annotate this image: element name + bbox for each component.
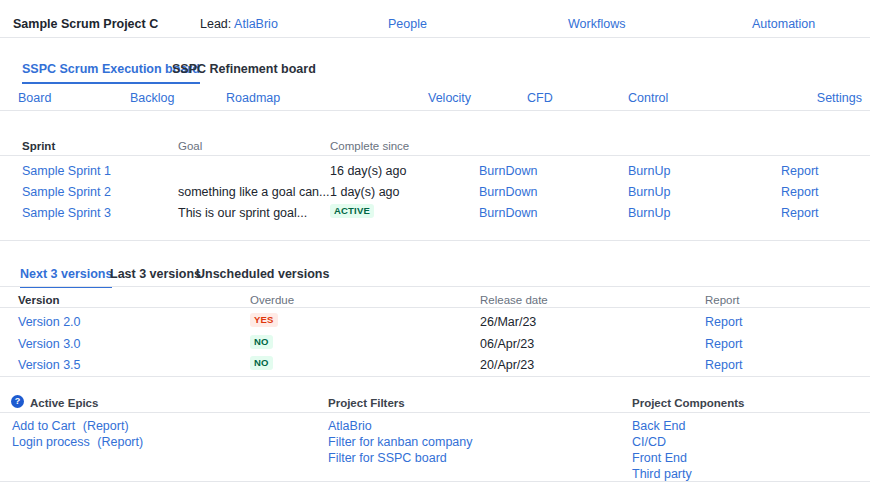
overdue-badge: NO [250, 335, 273, 349]
nav-workflows[interactable]: Workflows [568, 17, 625, 31]
nav-control[interactable]: Control [628, 91, 668, 105]
divider [0, 110, 870, 111]
tab-unscheduled-versions[interactable]: Unscheduled versions [196, 267, 329, 281]
table-header-divider [0, 307, 870, 308]
project-lead: Lead: AtlaBrio [200, 17, 278, 31]
goal-value: This is our sprint goal... [178, 206, 307, 220]
help-question-icon[interactable]: ? [11, 395, 24, 408]
burndown-link[interactable]: BurnDown [479, 185, 537, 199]
nav-roadmap[interactable]: Roadmap [226, 91, 280, 105]
tabs-divider [0, 286, 870, 287]
component-link[interactable]: Third party [632, 467, 692, 481]
lead-label: Lead: [200, 17, 231, 31]
release-date-col-header: Release date [480, 293, 548, 307]
burnup-link[interactable]: BurnUp [628, 164, 670, 178]
version-link[interactable]: Version 3.5 [18, 358, 81, 372]
component-link[interactable]: CI/CD [632, 435, 666, 449]
sprint-link[interactable]: Sample Sprint 1 [22, 164, 111, 178]
nav-settings[interactable]: Settings [817, 91, 862, 105]
active-epics-heading: Active Epics [30, 396, 98, 410]
epic-report-link[interactable]: (Report) [97, 435, 143, 449]
burnup-link[interactable]: BurnUp [628, 206, 670, 220]
release-date-value: 06/Apr/23 [480, 337, 534, 351]
filter-link[interactable]: AtlaBrio [328, 419, 372, 433]
tab-next-3-versions[interactable]: Next 3 versions [20, 267, 112, 288]
project-summary-page: Sample Scrum Project C Lead: AtlaBrio Pe… [0, 0, 870, 495]
page-title: Sample Scrum Project C [13, 17, 158, 31]
burndown-link[interactable]: BurnDown [479, 164, 537, 178]
report-link[interactable]: Report [781, 206, 819, 220]
release-date-value: 20/Apr/23 [480, 358, 534, 372]
sprint-link[interactable]: Sample Sprint 3 [22, 206, 111, 220]
tab-refinement-board[interactable]: SSPC Refinement board [172, 62, 316, 76]
component-link[interactable]: Back End [632, 419, 686, 433]
divider [0, 240, 870, 241]
project-components-heading: Project Components [632, 396, 744, 410]
sprint-col-header: Sprint [22, 139, 55, 153]
overdue-badge: YES [250, 313, 278, 327]
report-link[interactable]: Report [781, 185, 819, 199]
divider [0, 481, 870, 482]
release-date-value: 26/Mar/23 [480, 315, 536, 329]
complete-since-col-header: Complete since [330, 139, 409, 153]
nav-people[interactable]: People [388, 17, 427, 31]
complete-since-value: 1 day(s) ago [330, 185, 399, 199]
filter-link[interactable]: Filter for kanban company [328, 435, 473, 449]
nav-backlog[interactable]: Backlog [130, 91, 174, 105]
version-link[interactable]: Version 2.0 [18, 315, 81, 329]
report-link[interactable]: Report [705, 358, 743, 372]
divider [0, 376, 870, 377]
report-link[interactable]: Report [705, 315, 743, 329]
burnup-link[interactable]: BurnUp [628, 185, 670, 199]
report-col-header: Report [705, 293, 740, 307]
report-link[interactable]: Report [781, 164, 819, 178]
version-link[interactable]: Version 3.0 [18, 337, 81, 351]
goal-col-header: Goal [178, 139, 202, 153]
epic-link[interactable]: Login process [12, 435, 90, 449]
nav-cfd[interactable]: CFD [527, 91, 553, 105]
overdue-badge: NO [250, 356, 273, 370]
tab-last-3-versions[interactable]: Last 3 versions [110, 267, 201, 281]
nav-automation[interactable]: Automation [752, 17, 815, 31]
nav-velocity[interactable]: Velocity [428, 91, 471, 105]
filter-link[interactable]: Filter for SSPC board [328, 451, 447, 465]
overdue-col-header: Overdue [250, 293, 294, 307]
burndown-link[interactable]: BurnDown [479, 206, 537, 220]
panel-header-divider [0, 412, 870, 413]
lead-link[interactable]: AtlaBrio [234, 17, 278, 31]
epic-report-link[interactable]: (Report) [83, 419, 129, 433]
version-col-header: Version [18, 293, 60, 307]
table-header-divider [0, 155, 870, 156]
nav-board[interactable]: Board [18, 91, 51, 105]
project-filters-heading: Project Filters [328, 396, 405, 410]
epic-item: Add to Cart (Report) [12, 419, 129, 433]
report-link[interactable]: Report [705, 337, 743, 351]
complete-since-value: 16 day(s) ago [330, 164, 406, 178]
goal-value: something like a goal can... [178, 185, 329, 199]
component-link[interactable]: Front End [632, 451, 687, 465]
sprint-link[interactable]: Sample Sprint 2 [22, 185, 111, 199]
active-status-badge: ACTIVE [330, 204, 374, 218]
divider [0, 37, 870, 38]
epic-item: Login process (Report) [12, 435, 143, 449]
epic-link[interactable]: Add to Cart [12, 419, 75, 433]
